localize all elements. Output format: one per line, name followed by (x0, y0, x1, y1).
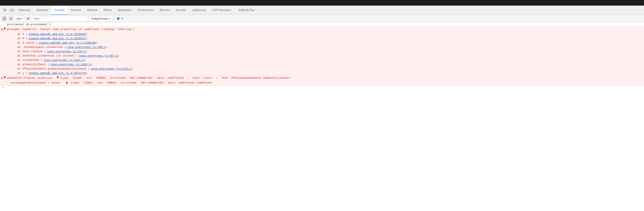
stack-line-5: at Zone.runTask (zone-evergreen.js:178:1… (0, 49, 644, 54)
chevron-down-icon: ▾ (21, 17, 22, 20)
promise-main-line: ⊗ Unhandled Promise rejection: {type: 'V… (0, 76, 644, 81)
stack-link-6[interactable]: zone-evergreen.js:487:1 (79, 54, 118, 58)
preview-line: previewVal zm_previewVal 3 (0, 22, 644, 27)
preview-val-num: 3 (49, 23, 51, 26)
expand-triangle-2[interactable] (4, 76, 6, 78)
svg-rect-1 (13, 10, 14, 11)
ban-icon[interactable] (8, 16, 14, 21)
error-dot-icon (117, 17, 119, 20)
error-main-line-1: ⊗ Uncaught TypeError: Cannot read proper… (0, 27, 644, 32)
tab-memory[interactable]: Memory (157, 6, 173, 15)
stack-link-5[interactable]: zone-evergreen.js:178:1 (47, 49, 86, 54)
filter-input[interactable] (32, 16, 88, 21)
chevron-down-icon: ▾ (109, 17, 110, 20)
stack-link-1[interactable]: zoomus-websdk.umd.min.js:2:3516995 (29, 32, 86, 36)
error-stack-1: at S (zoomus-websdk.umd.min.js:2:3516995… (0, 32, 644, 75)
preview-val-text: previewVal zm_previewVal (7, 23, 49, 26)
tab-performance[interactable]: Performance (135, 6, 157, 15)
tab-adblock[interactable]: Adblock Plus (236, 6, 258, 15)
stack-link-3[interactable]: zoomus-websdk.umd.min.js:2:1288168 (39, 41, 96, 45)
stack-link-7[interactable]: zone-evergreen.js:1661:1 (44, 58, 84, 62)
tab-elements[interactable]: Elements (34, 6, 51, 15)
error-badge[interactable]: 72 (115, 16, 126, 21)
svg-point-8 (28, 18, 29, 19)
error-message-1: Uncaught TypeError: Cannot read properti… (7, 27, 135, 32)
cursor-icon[interactable] (3, 8, 8, 13)
levels-dropdown[interactable]: Default levels ▾ (89, 16, 113, 21)
device-icon[interactable] (9, 8, 14, 13)
expand-triangle-1[interactable] (4, 27, 6, 30)
svg-point-7 (27, 18, 30, 19)
context-label: top (17, 17, 20, 20)
svg-rect-0 (10, 9, 13, 11)
error-icon-1: ⊗ (1, 28, 3, 32)
clear-console-button[interactable] (2, 16, 7, 21)
context-selector[interactable]: top ▾ (15, 16, 24, 21)
stack-line-2: at M (zoomus-websdk.umd.min.js:2:3520372… (0, 36, 644, 41)
error-block-2: ⊗ Unhandled Promise rejection: {type: 'V… (0, 76, 644, 86)
tab-console[interactable]: Console (51, 6, 68, 15)
top-bar (0, 0, 644, 6)
stack-link-9[interactable]: zone-evergreen.js:1725:1 (91, 67, 131, 71)
stack-link-4[interactable]: zone-evergreen.js:406:1 (67, 45, 106, 49)
tab-sources[interactable]: Sources (68, 6, 84, 15)
tab-application[interactable]: Application (115, 6, 135, 15)
svg-line-6 (10, 18, 12, 20)
console-input-line: > (0, 86, 644, 90)
toolbar: top ▾ Default levels ▾ 72 (0, 15, 644, 22)
stack-line-8: at globalCallback (zone-evergreen.js:169… (0, 62, 644, 67)
promise-obj-text: {type: 'VIDEO', evt: 'ERROR', errorCode:… (60, 76, 292, 80)
tab-network[interactable]: Network (84, 6, 100, 15)
stack-link-8[interactable]: zone-evergreen.js:1692:1 (50, 62, 91, 67)
promise-obj-toggle[interactable] (57, 76, 59, 78)
levels-label: Default levels (91, 17, 108, 20)
tab-redux[interactable]: Redux (101, 6, 115, 15)
stack-line-7: at invokeTask (zone-evergreen.js:1661:1) (0, 58, 644, 62)
stack-line-10: at y (zoomus-websdk.umd.min.js:2:3574770… (0, 71, 644, 75)
error-icon-2: ⊗ (1, 76, 3, 81)
tab-welcome[interactable]: Welcome (16, 6, 34, 15)
stack-line-1: at S (zoomus-websdk.umd.min.js:2:3516995… (0, 32, 644, 36)
tab-lighthouse[interactable]: Lighthouse (189, 6, 209, 15)
svg-point-9 (117, 17, 119, 20)
tab-security[interactable]: Security (173, 6, 189, 15)
error-block-1: ⊗ Uncaught TypeError: Cannot read proper… (0, 27, 644, 76)
tab-bar: Welcome Elements Console Sources Network… (0, 6, 644, 15)
stack-link-10[interactable]: zoomus-websdk.umd.min.js:2:3574770 (29, 71, 86, 75)
log-area: previewVal zm_previewVal 3 ⊗ Uncaught Ty… (0, 22, 644, 211)
error-count: 72 (120, 17, 124, 20)
promise-val-toggle[interactable] (66, 82, 68, 84)
tab-css-overview[interactable]: CSS Overview ↑ (209, 6, 236, 15)
stack-link-2[interactable]: zoomus-websdk.umd.min.js:2:3520372 (29, 36, 86, 41)
promise-message: Unhandled Promise rejection: (7, 76, 57, 80)
stack-line-6: at ZoneTask.invokeTask [as invoke] (zone… (0, 54, 644, 58)
stack-line-9: at HTMLDivElement.globalZoneAwareCallbac… (0, 67, 644, 71)
stack-line-3: at a.value (zoomus-websdk.umd.min.js:2:1… (0, 41, 644, 45)
console-prompt: > (2, 86, 4, 89)
eye-button[interactable] (25, 16, 31, 21)
stack-line-4: at _ZoneDelegate.invokeTask (zone-evergr… (0, 45, 644, 49)
promise-line-2: invokeguardedcallback ; Value: {type: 'V… (0, 81, 644, 85)
